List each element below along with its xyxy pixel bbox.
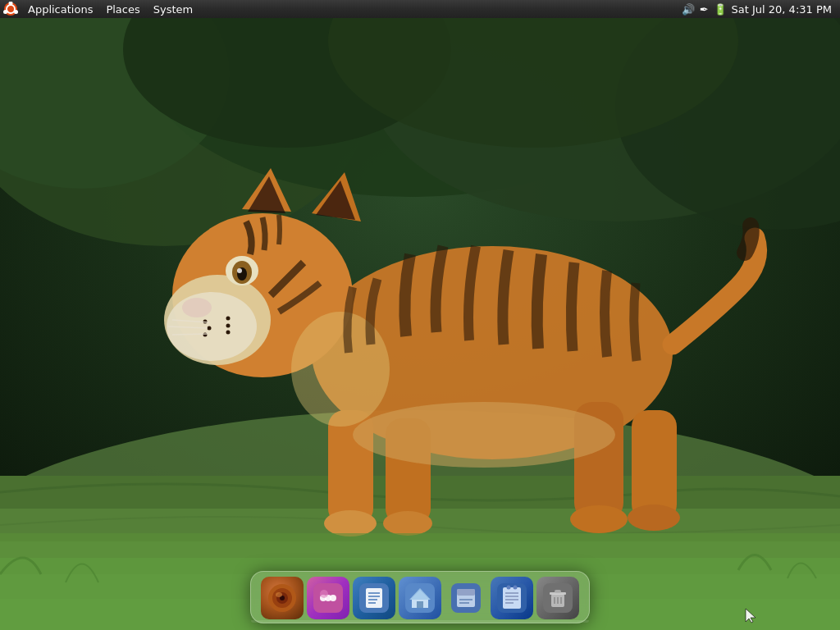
clock-display[interactable]: Sat Jul 20, 4:31 PM (732, 3, 832, 16)
dock-item-home[interactable] (399, 577, 441, 619)
input-icon[interactable]: ✒ (700, 3, 709, 16)
svg-point-38 (570, 505, 628, 533)
svg-point-57 (330, 595, 336, 601)
writer-app-icon[interactable] (353, 577, 395, 619)
svg-point-58 (320, 590, 328, 598)
battery-icon[interactable]: 🔋 (714, 3, 727, 16)
svg-rect-60 (366, 588, 382, 608)
svg-point-47 (14, 10, 18, 14)
svg-point-81 (514, 586, 518, 590)
svg-point-25 (203, 333, 208, 337)
svg-rect-35 (632, 410, 677, 521)
dock-item-speaker[interactable] (261, 577, 304, 619)
menubar-left: Applications Places System (3, 2, 199, 17)
home-folder-icon[interactable] (399, 577, 441, 619)
applications-menu[interactable]: Applications (21, 2, 99, 17)
volume-icon[interactable]: 🔊 (682, 3, 695, 16)
system-menu[interactable]: System (147, 2, 199, 17)
svg-point-36 (324, 510, 377, 536)
svg-point-26 (226, 317, 231, 321)
speaker-app-icon[interactable] (261, 577, 304, 619)
dock-item-chat[interactable] (307, 577, 349, 619)
svg-point-53 (276, 592, 282, 597)
menubar-right: 🔊 ✒ 🔋 Sat Jul 20, 4:31 PM (682, 3, 837, 16)
dock-item-writer[interactable] (353, 577, 395, 619)
tiger-illustration (0, 0, 840, 630)
svg-point-40 (291, 312, 390, 427)
svg-point-80 (507, 586, 511, 590)
notes-app-icon[interactable] (491, 577, 533, 619)
svg-point-39 (628, 504, 680, 531)
svg-point-37 (383, 511, 432, 536)
svg-rect-75 (503, 587, 521, 609)
dock-container (250, 571, 590, 623)
svg-point-48 (3, 10, 7, 14)
templates-icon[interactable] (445, 577, 487, 619)
svg-line-31 (172, 334, 208, 335)
svg-point-41 (353, 402, 615, 468)
trash-icon[interactable] (536, 577, 579, 619)
dock (250, 571, 590, 623)
svg-point-28 (226, 331, 231, 335)
menubar: Applications Places System 🔊 ✒ 🔋 Sat Jul… (0, 0, 840, 18)
svg-point-24 (208, 326, 212, 331)
svg-rect-67 (417, 601, 423, 608)
svg-rect-85 (555, 590, 561, 593)
dock-item-notes[interactable] (491, 577, 533, 619)
desktop: Applications Places System 🔊 ✒ 🔋 Sat Jul… (0, 0, 840, 630)
dock-item-templates[interactable] (445, 577, 487, 619)
dock-item-trash[interactable] (536, 577, 579, 619)
chat-app-icon[interactable] (307, 577, 349, 619)
svg-point-21 (237, 268, 242, 273)
ubuntu-logo-icon[interactable] (3, 2, 18, 16)
places-menu[interactable]: Places (99, 2, 146, 17)
svg-rect-71 (457, 589, 475, 596)
svg-point-27 (226, 324, 231, 328)
